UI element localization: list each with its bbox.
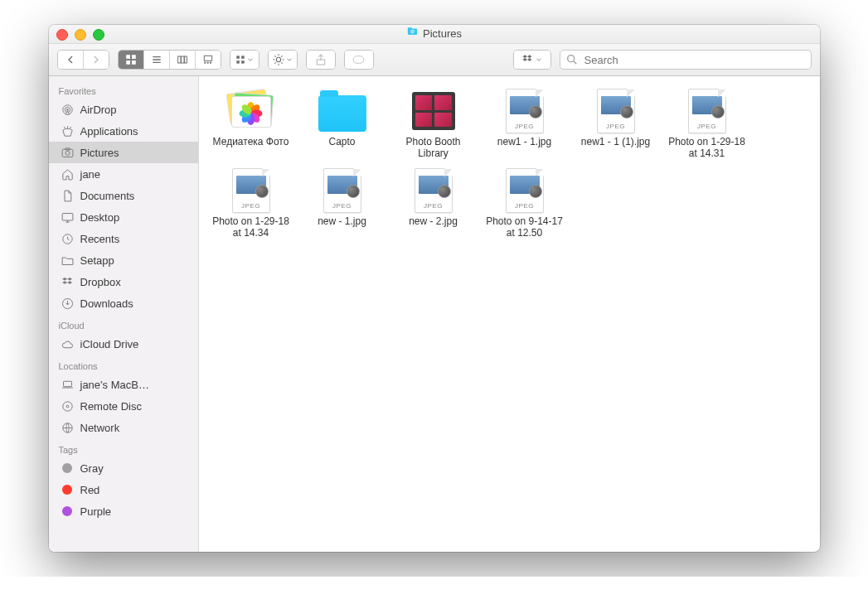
- svg-point-19: [276, 57, 280, 61]
- sidebar-section-header: Tags: [49, 438, 198, 457]
- file-item[interactable]: JPEGPhoto on 1-29-18 at 14.34: [206, 169, 297, 239]
- share-button[interactable]: [306, 50, 336, 70]
- sidebar-item-downloads[interactable]: Downloads: [49, 292, 198, 314]
- sidebar-section-header: Locations: [49, 355, 198, 374]
- sidebar-item-label: Applications: [80, 125, 138, 138]
- file-thumbnail-photo-booth: [407, 89, 460, 133]
- svg-rect-16: [241, 56, 245, 59]
- sidebar-item-airdrop[interactable]: AirDrop: [49, 99, 198, 120]
- file-thumbnail-jpeg: JPEG: [316, 169, 369, 212]
- laptop-icon: [61, 378, 75, 392]
- svg-rect-5: [132, 56, 135, 59]
- file-grid: Медиатека ФотоCaptoPhoto Booth LibraryJP…: [206, 88, 813, 247]
- sidebar-item-label: Dropbox: [80, 276, 121, 288]
- minimize-button[interactable]: [75, 29, 86, 41]
- globe-icon: [61, 421, 75, 435]
- sidebar-item-label: Desktop: [80, 211, 120, 224]
- sidebar-item-gray[interactable]: Gray: [49, 457, 198, 479]
- svg-rect-21: [353, 56, 364, 64]
- sidebar-item-jane-s-macb-[interactable]: jane's MacB…: [49, 374, 198, 395]
- sidebar-item-desktop[interactable]: Desktop: [49, 206, 198, 228]
- home-icon: [61, 167, 75, 181]
- action-menu[interactable]: [268, 50, 298, 70]
- view-mode-segmented: [118, 50, 221, 70]
- sidebar-item-label: Downloads: [80, 297, 133, 310]
- sidebar-item-label: jane: [80, 168, 101, 181]
- apps-icon: [61, 124, 75, 138]
- file-item[interactable]: JPEGnew - 1.jpg: [297, 169, 388, 239]
- list-view-button[interactable]: [143, 51, 169, 69]
- file-item[interactable]: JPEGnew1 - 1.jpg: [479, 89, 570, 159]
- svg-rect-15: [236, 56, 240, 59]
- file-item[interactable]: Медиатека Фото: [206, 89, 297, 159]
- file-item[interactable]: Capto: [297, 89, 388, 159]
- file-thumbnail-jpeg: JPEG: [225, 169, 278, 212]
- sidebar-item-jane[interactable]: jane: [49, 163, 198, 185]
- svg-rect-9: [181, 56, 183, 63]
- group-menu[interactable]: [230, 50, 259, 70]
- pictures-icon: [61, 146, 75, 160]
- file-label: Capto: [328, 136, 355, 147]
- sidebar-item-red[interactable]: Red: [49, 479, 198, 500]
- sidebar-item-documents[interactable]: Documents: [49, 185, 198, 206]
- window-controls: [56, 29, 104, 41]
- svg-rect-29: [62, 213, 73, 220]
- titlebar: Pictures: [49, 25, 820, 44]
- file-thumbnail-photos-lib: [225, 89, 278, 133]
- file-item[interactable]: JPEGnew - 2.jpg: [388, 169, 479, 239]
- dropbox-toolbar-menu[interactable]: [513, 50, 551, 70]
- sidebar-item-applications[interactable]: Applications: [49, 120, 198, 142]
- nav-back-forward: [57, 50, 109, 70]
- sidebar-item-label: Recents: [80, 233, 120, 245]
- sidebar-item-label: Setapp: [80, 254, 114, 267]
- icon-view-button[interactable]: [119, 51, 143, 69]
- sidebar-item-label: iCloud Drive: [80, 338, 139, 350]
- svg-point-34: [66, 405, 69, 408]
- file-item[interactable]: JPEGnew1 - 1 (1).jpg: [570, 89, 662, 159]
- svg-rect-18: [241, 60, 245, 64]
- sidebar: FavoritesAirDropApplicationsPicturesjane…: [49, 76, 199, 552]
- svg-rect-13: [206, 62, 208, 64]
- file-thumbnail-jpeg: JPEG: [589, 89, 643, 133]
- file-label: Медиатека Фото: [213, 136, 289, 147]
- sidebar-item-recents[interactable]: Recents: [49, 228, 198, 249]
- search-input[interactable]: [583, 53, 806, 67]
- gallery-view-button[interactable]: [195, 51, 221, 69]
- svg-rect-10: [184, 56, 187, 63]
- search-field[interactable]: [560, 50, 812, 70]
- back-button[interactable]: [58, 51, 83, 69]
- file-item[interactable]: Photo Booth Library: [388, 89, 479, 159]
- recents-icon: [61, 232, 75, 246]
- forward-button[interactable]: [83, 51, 109, 69]
- tags-button[interactable]: [344, 50, 374, 70]
- svg-point-33: [62, 401, 71, 410]
- column-view-button[interactable]: [169, 51, 195, 69]
- sidebar-item-dropbox[interactable]: Dropbox: [49, 271, 198, 292]
- file-item[interactable]: JPEGPhoto on 1-29-18 at 14.31: [662, 89, 753, 159]
- sidebar-item-network[interactable]: Network: [49, 417, 198, 438]
- sidebar-item-label: AirDrop: [80, 104, 117, 116]
- svg-point-27: [65, 151, 70, 155]
- sidebar-item-icloud-drive[interactable]: iCloud Drive: [49, 333, 198, 355]
- file-thumbnail-jpeg: JPEG: [407, 169, 460, 212]
- sidebar-item-purple[interactable]: Purple: [49, 500, 198, 522]
- sidebar-section-header: Favorites: [49, 80, 198, 99]
- toolbar: [49, 44, 820, 76]
- sidebar-item-label: Pictures: [80, 147, 119, 159]
- svg-point-3: [412, 31, 413, 32]
- sidebar-item-setapp[interactable]: Setapp: [49, 249, 198, 271]
- tag-red-icon: [61, 483, 75, 497]
- window-title: Pictures: [423, 25, 462, 43]
- folder-icon: [61, 254, 75, 268]
- svg-rect-4: [126, 56, 129, 59]
- close-button[interactable]: [56, 29, 68, 41]
- sidebar-item-remote-disc[interactable]: Remote Disc: [49, 395, 198, 417]
- zoom-button[interactable]: [93, 29, 104, 41]
- file-item[interactable]: JPEGPhoto on 9-14-17 at 12.50: [479, 169, 570, 239]
- file-label: new - 1.jpg: [318, 215, 366, 227]
- sidebar-item-pictures[interactable]: Pictures: [49, 142, 198, 163]
- tag-purple-icon: [61, 505, 75, 519]
- svg-point-22: [567, 56, 574, 62]
- sidebar-item-label: Network: [80, 422, 120, 434]
- sidebar-item-label: Remote Disc: [80, 400, 142, 413]
